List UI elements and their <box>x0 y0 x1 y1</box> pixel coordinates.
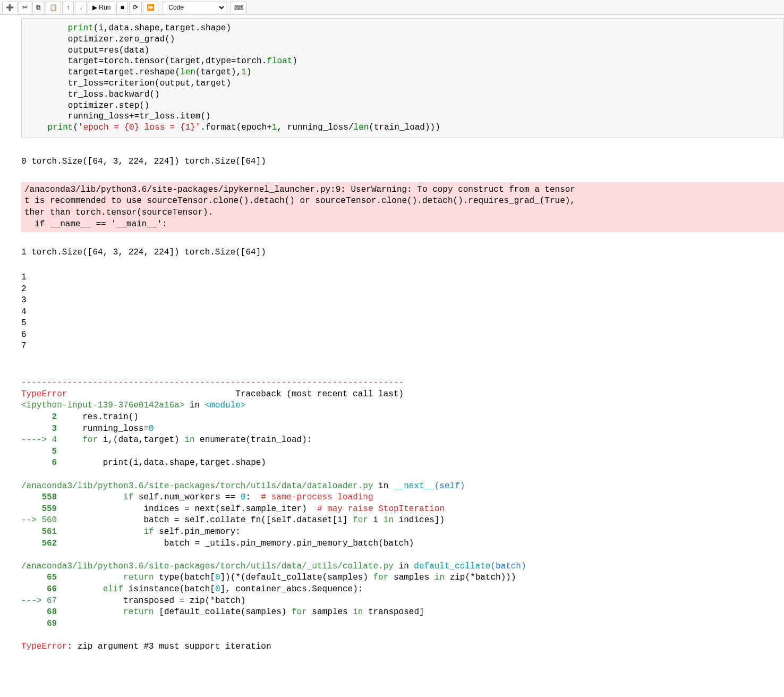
output-area: 0 torch.Size([64, 3, 224, 224]) torch.Si… <box>21 143 784 677</box>
stdout-line: 1 torch.Size([64, 3, 224, 224]) torch.Si… <box>21 246 784 260</box>
code-block: print(i,data.shape,target.shape) optimiz… <box>27 23 778 133</box>
copy-button[interactable]: ⧉ <box>32 2 45 13</box>
move-up-button[interactable]: ↑ <box>62 2 74 13</box>
notebook: print(i,data.shape,target.shape) optimiz… <box>0 18 784 677</box>
restart-run-all-button[interactable]: ⏩ <box>143 2 158 13</box>
code-cell: print(i,data.shape,target.shape) optimiz… <box>0 18 784 677</box>
paste-button[interactable]: 📋 <box>46 2 61 13</box>
interrupt-button[interactable]: ■ <box>116 2 128 13</box>
cut-button[interactable]: ✂ <box>19 2 31 13</box>
input-area[interactable]: print(i,data.shape,target.shape) optimiz… <box>21 18 784 138</box>
stdout-numbers: 1 2 3 4 5 6 7 <box>21 271 784 353</box>
run-button[interactable]: ▶ Run <box>88 2 115 13</box>
toolbar: ➕ ✂ ⧉ 📋 ↑ ↓ ▶ Run ■ ⟳ ⏩ Code ⌨ <box>0 0 784 15</box>
cell-type-select[interactable]: Code <box>163 2 226 13</box>
stdout-line: 0 torch.Size([64, 3, 224, 224]) torch.Si… <box>21 155 784 169</box>
move-down-button[interactable]: ↓ <box>75 2 87 13</box>
add-cell-below-button[interactable]: ➕ <box>2 2 18 13</box>
command-palette-button[interactable]: ⌨ <box>231 2 247 13</box>
traceback: ----------------------------------------… <box>21 365 784 654</box>
stderr-warning: /anaconda3/lib/python3.6/site-packages/i… <box>21 182 784 232</box>
restart-button[interactable]: ⟳ <box>129 2 142 13</box>
